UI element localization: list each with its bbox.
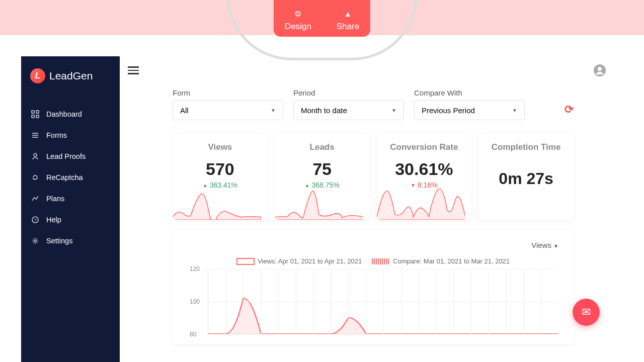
card-title: Leads	[275, 142, 370, 152]
legend-item-current: Views: Apr 01, 2021 to Apr 21, 2021	[236, 257, 362, 265]
chat-icon: ✉	[582, 306, 591, 319]
top-tabs: ⚙ Design ▲ Share	[274, 0, 370, 37]
sidebar-item-lead-proofs[interactable]: Lead Proofs	[21, 146, 120, 167]
sidebar-item-label: Dashboard	[46, 110, 82, 118]
compare-select[interactable]: Previous Period ▼	[414, 100, 525, 120]
y-tick: 100	[190, 298, 200, 305]
menu-toggle[interactable]	[128, 64, 139, 76]
card-value: 570	[173, 159, 268, 179]
sidebar-item-label: Lead Proofs	[46, 152, 86, 160]
main-content: Form All ▼ Period Month to date ▼ Compar…	[173, 88, 574, 344]
form-select-value: All	[180, 106, 189, 115]
card-completion-time: Completion Time 0m 27s	[478, 133, 574, 220]
sidebar-item-label: Help	[46, 216, 61, 224]
triangle-up-icon: ▲	[203, 183, 208, 188]
sidebar-item-label: Settings	[46, 237, 72, 245]
period-select[interactable]: Month to date ▼	[293, 100, 404, 120]
legend-label: Views: Apr 01, 2021 to Apr 21, 2021	[258, 257, 362, 265]
form-select[interactable]: All ▼	[173, 100, 283, 120]
sparkline	[377, 189, 465, 220]
legend-swatch-icon	[372, 258, 390, 264]
card-title: Views	[173, 142, 268, 152]
svg-rect-0	[32, 111, 34, 113]
card-views: Views 570 ▲363.41%	[173, 133, 268, 220]
card-title: Completion Time	[478, 142, 574, 152]
chart-grid	[208, 269, 558, 334]
logo: L LeadGen	[21, 56, 120, 99]
sidebar-item-forms[interactable]: Forms	[21, 125, 120, 146]
tab-share-label: Share	[337, 22, 359, 31]
refresh-icon	[31, 173, 39, 182]
filter-bar: Form All ▼ Period Month to date ▼ Compar…	[173, 88, 574, 120]
refresh-button[interactable]: ⟳	[565, 103, 574, 116]
card-change: ▲363.41%	[173, 181, 268, 189]
card-title: Conversion Rate	[377, 142, 472, 152]
sparkline	[173, 189, 261, 220]
filter-form-label: Form	[173, 88, 283, 97]
sidebar-item-label: Plans	[46, 195, 64, 203]
period-select-value: Month to date	[301, 106, 347, 115]
y-tick: 80	[190, 331, 196, 338]
chevron-down-icon: ▼	[553, 243, 558, 249]
svg-point-12	[598, 67, 602, 71]
card-change: ▲368.75%	[275, 181, 370, 189]
rocket-icon: ▲	[337, 10, 359, 19]
card-value: 0m 27s	[478, 169, 574, 188]
filter-compare-label: Compare With	[414, 88, 525, 97]
sidebar-item-help[interactable]: ? Help	[21, 209, 120, 230]
filter-compare: Compare With Previous Period ▼	[414, 88, 525, 120]
sidebar: L LeadGen Dashboard Forms Lead Proofs Re…	[21, 56, 120, 362]
stat-cards: Views 570 ▲363.41% Leads 75 ▲368.75% Con…	[173, 133, 574, 220]
grid-icon	[31, 110, 39, 118]
list-icon	[31, 131, 39, 139]
legend-label: Compare: Mar 01, 2021 to Mar 21, 2021	[393, 257, 510, 265]
filter-period-label: Period	[293, 88, 404, 97]
legend-swatch-icon	[236, 258, 255, 265]
sidebar-item-label: Forms	[46, 131, 67, 139]
card-change: ▼8.16%	[377, 181, 472, 189]
logo-badge: L	[30, 68, 45, 83]
svg-point-10	[34, 240, 36, 242]
refresh-icon: ⟳	[565, 103, 574, 116]
nav: Dashboard Forms Lead Proofs ReCaptcha Pl…	[21, 99, 120, 256]
gear-icon: ⚙	[285, 9, 311, 19]
sidebar-item-plans[interactable]: Plans	[21, 188, 120, 209]
user-circle-icon	[594, 64, 606, 76]
chart-legend: Views: Apr 01, 2021 to Apr 21, 2021 Comp…	[188, 257, 558, 265]
help-icon: ?	[31, 216, 39, 224]
tab-share[interactable]: ▲ Share	[337, 10, 359, 32]
compare-select-value: Previous Period	[422, 106, 475, 115]
chat-fab[interactable]: ✉	[573, 299, 600, 326]
svg-point-7	[34, 153, 37, 156]
y-tick: 120	[190, 265, 200, 273]
chevron-down-icon: ▼	[391, 108, 396, 113]
tab-design[interactable]: ⚙ Design	[285, 9, 311, 32]
card-value: 30.61%	[377, 159, 472, 179]
svg-rect-3	[36, 115, 39, 118]
avatar[interactable]	[594, 64, 606, 76]
card-leads: Leads 75 ▲368.75%	[275, 133, 370, 220]
svg-rect-1	[36, 111, 39, 113]
sparkline	[275, 189, 363, 220]
sidebar-item-settings[interactable]: Settings	[21, 230, 120, 251]
tab-design-label: Design	[285, 22, 311, 31]
user-icon	[31, 152, 39, 160]
chart-metric-select[interactable]: Views ▼	[531, 241, 558, 249]
chart-panel: Views ▼ Views: Apr 01, 2021 to Apr 21, 2…	[173, 231, 574, 344]
svg-rect-2	[32, 115, 34, 118]
triangle-down-icon: ▼	[411, 183, 416, 188]
triangle-up-icon: ▲	[305, 183, 310, 188]
settings-icon	[31, 237, 39, 245]
card-conversion: Conversion Rate 30.61% ▼8.16%	[377, 133, 472, 220]
chevron-down-icon: ▼	[271, 108, 276, 113]
legend-item-compare: Compare: Mar 01, 2021 to Mar 21, 2021	[372, 257, 510, 265]
svg-text:?: ?	[34, 218, 37, 222]
card-value: 75	[275, 159, 370, 179]
views-chart: 120 100 80	[208, 269, 558, 334]
sidebar-item-recaptcha[interactable]: ReCaptcha	[21, 167, 120, 188]
filter-form: Form All ▼	[173, 88, 283, 120]
filter-period: Period Month to date ▼	[293, 88, 404, 120]
chart-icon	[31, 195, 39, 203]
sidebar-item-dashboard[interactable]: Dashboard	[21, 104, 120, 125]
logo-text: LeadGen	[49, 70, 93, 82]
